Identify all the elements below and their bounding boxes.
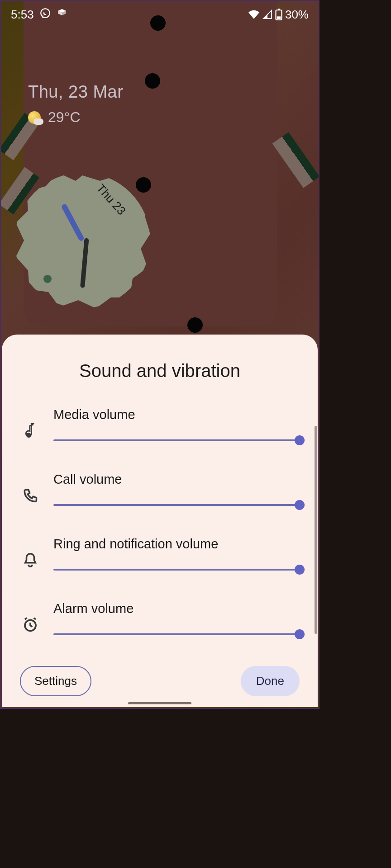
media-volume-slider[interactable] (53, 436, 300, 445)
whatsapp-icon (39, 7, 51, 22)
media-volume-row: Media volume (20, 407, 300, 445)
nav-handle[interactable] (128, 702, 191, 704)
alarm-clock-icon (20, 608, 41, 633)
svg-rect-3 (277, 16, 281, 19)
temperature: 29°C (48, 109, 81, 126)
weather-icon (28, 111, 41, 124)
svg-point-0 (41, 9, 50, 18)
sheet-title: Sound and vibration (20, 361, 300, 381)
sound-vibration-sheet: Sound and vibration Media volume Call vo… (2, 335, 318, 707)
clock-dot (43, 275, 52, 283)
call-volume-row: Call volume (20, 472, 300, 509)
call-volume-slider[interactable] (53, 500, 300, 509)
status-bar: 5:53 30% (1, 1, 319, 28)
status-time: 5:53 (11, 8, 34, 22)
phone-icon (20, 479, 41, 503)
done-button[interactable]: Done (241, 666, 300, 696)
ring-volume-slider[interactable] (53, 565, 300, 574)
wifi-icon (248, 9, 260, 19)
analog-clock-widget[interactable]: Thu 23 (14, 173, 150, 308)
clock-face (14, 173, 150, 308)
date-text: Thu, 23 Mar (28, 82, 123, 102)
svg-point-4 (26, 433, 31, 438)
battery-icon (275, 9, 282, 20)
alarm-volume-label: Alarm volume (53, 601, 300, 616)
signal-icon (262, 9, 272, 19)
call-volume-label: Call volume (53, 472, 300, 487)
bell-icon (20, 542, 41, 569)
package-icon (57, 8, 67, 22)
ring-volume-label: Ring and notification volume (53, 537, 300, 552)
battery-percent: 30% (285, 8, 309, 22)
alarm-volume-slider[interactable] (53, 630, 300, 639)
ring-volume-row: Ring and notification volume (20, 537, 300, 574)
media-volume-label: Media volume (53, 407, 300, 422)
music-note-icon (20, 414, 41, 439)
scroll-indicator[interactable] (315, 426, 317, 634)
alarm-volume-row: Alarm volume (20, 601, 300, 639)
date-weather-widget[interactable]: Thu, 23 Mar 29°C (28, 82, 123, 126)
svg-rect-2 (278, 9, 280, 10)
settings-button[interactable]: Settings (20, 666, 91, 696)
